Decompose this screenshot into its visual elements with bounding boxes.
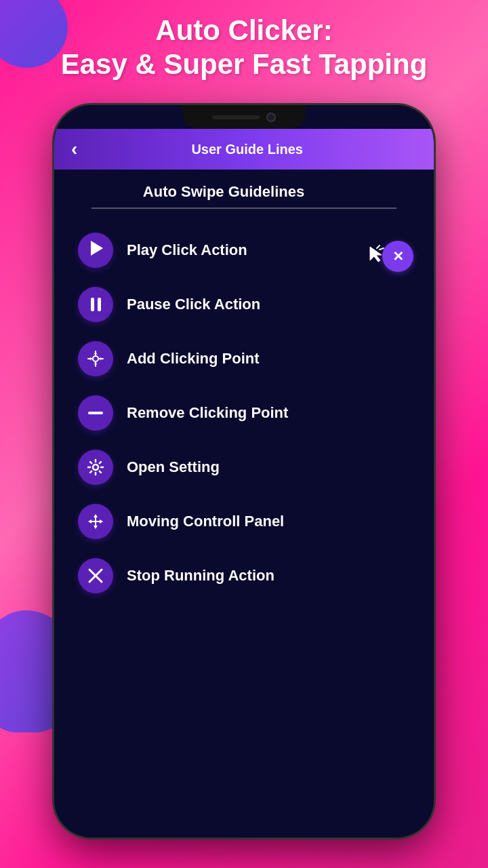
- content-area: ✕ Auto Swipe Guidelines: [54, 170, 434, 837]
- section-title: Auto Swipe Guidelines: [71, 183, 417, 201]
- close-button[interactable]: ✕: [382, 241, 413, 272]
- svg-point-3: [93, 465, 98, 470]
- minus-icon: [78, 395, 113, 431]
- guide-list: Play Click Action Pause Click Action: [71, 226, 417, 600]
- header-title: User Guide Lines: [77, 142, 417, 157]
- guide-label-pause: Pause Click Action: [127, 296, 260, 313]
- notch-speaker: [212, 115, 260, 119]
- svg-point-2: [93, 356, 98, 361]
- list-item: Moving Controll Panel: [71, 497, 417, 546]
- stop-icon: [78, 558, 113, 593]
- phone-screen: ‹ User Guide Lines ✕ Auto Swipe Guideli: [54, 105, 434, 837]
- guide-label-play: Play Click Action: [127, 241, 247, 259]
- section-divider: [92, 208, 396, 209]
- svg-line-0: [377, 245, 380, 248]
- touch-icon: [78, 341, 113, 376]
- list-item: Open Setting: [71, 443, 417, 492]
- list-item: Add Clicking Point: [71, 334, 417, 383]
- notch-camera: [266, 113, 276, 122]
- guide-label-setting: Open Setting: [127, 458, 220, 476]
- play-icon: [78, 233, 113, 268]
- gear-icon: [78, 450, 113, 485]
- guide-label-stop: Stop Running Action: [127, 567, 274, 585]
- move-icon: [78, 504, 113, 539]
- back-button[interactable]: ‹: [71, 140, 77, 159]
- phone-notch: [183, 105, 305, 129]
- pause-icon: [78, 287, 113, 322]
- guide-label-remove: Remove Clicking Point: [127, 404, 288, 422]
- list-item: Remove Clicking Point: [71, 389, 417, 437]
- guide-label-move: Moving Controll Panel: [127, 513, 284, 530]
- page-title: Auto Clicker: Easy & Super Fast Tapping: [0, 14, 488, 82]
- header-bar: ‹ User Guide Lines: [54, 129, 434, 170]
- phone-frame: ‹ User Guide Lines ✕ Auto Swipe Guideli: [54, 105, 434, 837]
- list-item: Pause Click Action: [71, 280, 417, 329]
- list-item: Stop Running Action: [71, 551, 417, 600]
- guide-label-add: Add Clicking Point: [127, 350, 260, 368]
